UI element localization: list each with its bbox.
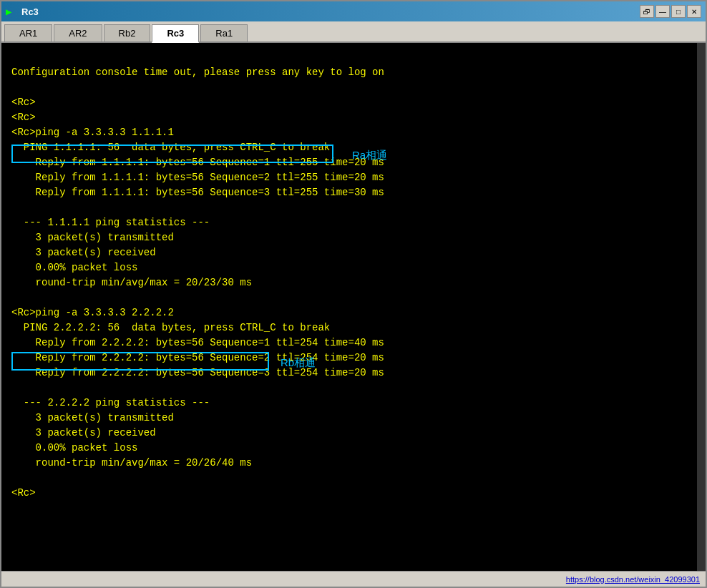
rb-annotation: Rb相通	[281, 356, 316, 370]
window-icon: ▶	[6, 6, 17, 17]
tab-rc3[interactable]: Rc3	[152, 24, 199, 43]
title-bar-left: ▶ Rc3	[6, 6, 39, 17]
tab-ra1[interactable]: Ra1	[200, 24, 248, 41]
close-button[interactable]: ✕	[687, 5, 701, 18]
terminal-content: Configuration console time out, please p…	[11, 50, 696, 501]
status-url[interactable]: https://blog.csdn.net/weixin_42099301	[566, 575, 700, 584]
tab-ar1[interactable]: AR1	[4, 24, 52, 41]
restore-button[interactable]: 🗗	[640, 5, 654, 18]
maximize-button[interactable]: □	[671, 5, 686, 18]
window-title: Rc3	[21, 6, 39, 17]
tab-ar2[interactable]: AR2	[54, 24, 102, 41]
title-bar: ▶ Rc3 🗗 — □ ✕	[1, 1, 706, 21]
tab-bar: AR1 AR2 Rb2 Rc3 Ra1	[1, 21, 706, 43]
title-bar-buttons: 🗗 — □ ✕	[640, 5, 701, 18]
status-bar: https://blog.csdn.net/weixin_42099301	[1, 571, 706, 587]
tab-rb2[interactable]: Rb2	[104, 24, 151, 41]
ra-annotation: Ra相通	[352, 149, 387, 162]
scrollbar[interactable]	[697, 43, 706, 571]
minimize-button[interactable]: —	[655, 5, 670, 18]
main-window: ▶ Rc3 🗗 — □ ✕ AR1 AR2 Rb2 Rc3 Ra1 Config…	[0, 0, 707, 588]
terminal-area[interactable]: Configuration console time out, please p…	[1, 43, 706, 571]
